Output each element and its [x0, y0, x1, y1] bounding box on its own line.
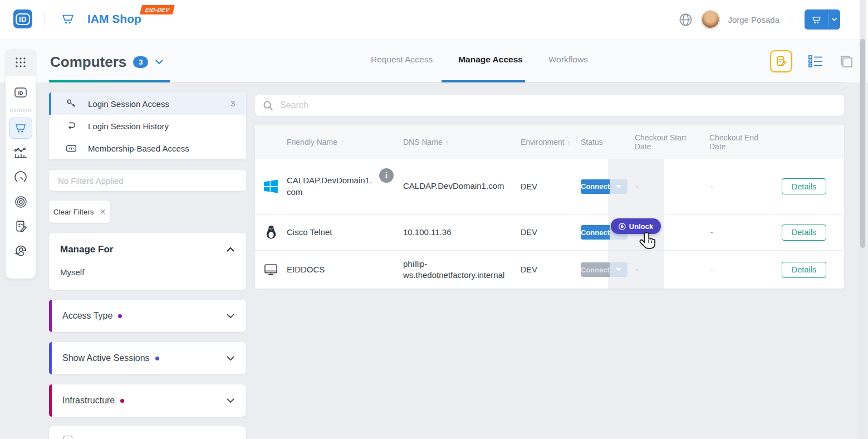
shop-cart-icon [9, 118, 32, 139]
user-avatar[interactable] [701, 10, 720, 29]
clear-filters-label: Clear Filters [53, 208, 94, 216]
windows-icon [255, 179, 287, 194]
column-header-status[interactable]: Status [581, 138, 635, 147]
sidebar-item-approvals[interactable] [6, 238, 36, 263]
document-edit-icon [775, 55, 787, 67]
connect-button[interactable]: Connect [581, 179, 610, 194]
filter-active-dot [120, 399, 124, 403]
membership-card-icon [65, 142, 78, 154]
accordion-label: Infrastructure [62, 396, 115, 406]
friendly-name-cell: Cisco Telnet [287, 227, 375, 238]
column-header-dns-name[interactable]: DNS Name ↑ [403, 138, 521, 147]
cart-dropdown-chevron-icon[interactable] [828, 17, 840, 22]
sort-ascending-icon[interactable]: ↑ [445, 138, 449, 147]
menu-item-membership-based-access[interactable]: Membership-Based Access [49, 137, 246, 159]
list-view-icon[interactable] [808, 54, 823, 69]
environment-cell: DEV [521, 265, 581, 274]
sidebar-item-requests[interactable] [6, 214, 36, 238]
column-header-friendly-name[interactable]: Friendly Name ↑ [287, 138, 376, 147]
tab-workflows[interactable]: Workflows [548, 55, 588, 65]
svg-text:ID: ID [18, 90, 24, 96]
fingerprint-icon [14, 195, 28, 209]
details-button[interactable]: Details [782, 178, 826, 194]
search-icon [263, 100, 273, 111]
checkout-end-cell: - [709, 182, 782, 191]
friendly-name-cell: EIDDOCS [287, 264, 375, 275]
connect-button: Connect [581, 262, 610, 277]
unlock-button[interactable]: Unlock [611, 218, 661, 234]
accordion-label: Access Type [62, 311, 112, 321]
barcode-divider [6, 105, 36, 116]
table-row[interactable]: CALDAP.DevDomain1.com i CALDAP.DevDomain… [255, 159, 844, 214]
linux-icon [255, 225, 287, 240]
unlock-label: Unlock [629, 222, 653, 231]
accordion-access-type[interactable]: Access Type [49, 300, 246, 332]
sort-ascending-icon[interactable]: ↑ [567, 138, 571, 147]
filter-active-dot [155, 357, 159, 360]
table-row[interactable]: EIDDOCS phillip-ws.thedotnetfactory.inte… [255, 251, 844, 289]
analytics-chart-icon [13, 145, 28, 160]
clear-filters-button[interactable]: Clear Filters ✕ [49, 201, 110, 223]
app-icon-rail: ID [6, 49, 36, 279]
friendly-name-cell: CALDAP.DevDomain1.com [287, 175, 375, 198]
company-logo[interactable]: ID [13, 9, 32, 28]
checklist-edit-icon [14, 220, 28, 233]
column-header-checkout-end-date[interactable]: Checkout End Date [709, 133, 782, 151]
sidebar-item-shop[interactable] [6, 116, 36, 140]
page-title-chevron-icon[interactable] [155, 59, 164, 65]
top-bar: ID IAM Shop EID-DEV Jorge Posada [0, 0, 868, 39]
column-header-environment[interactable]: Environment ↑ [521, 138, 581, 147]
environment-badge: EID-DEV [140, 5, 175, 14]
connect-dropdown-arrow [610, 262, 627, 277]
chevron-down-icon[interactable] [226, 398, 235, 403]
active-tab-underline [442, 80, 525, 82]
environment-cell: DEV [521, 228, 581, 237]
details-button[interactable]: Details [782, 225, 826, 241]
menu-item-login-session-history[interactable]: Login Session History [49, 115, 246, 137]
manage-for-value[interactable]: Myself [60, 267, 235, 277]
table-search-bar [255, 95, 844, 116]
column-header-checkout-start-date[interactable]: Checkout Start Date [635, 133, 709, 151]
sort-ascending-icon[interactable]: ↑ [340, 138, 344, 147]
details-button[interactable]: Details [782, 262, 826, 278]
connect-dropdown-arrow[interactable] [610, 179, 627, 194]
accordion-show-active-sessions[interactable]: Show Active Sessions [49, 342, 246, 374]
search-input[interactable] [280, 100, 836, 110]
no-filters-applied: No Filters Applied [49, 170, 246, 191]
globe-icon[interactable] [678, 12, 693, 27]
identity-badge-icon[interactable]: ID [6, 80, 36, 105]
cart-app-icon[interactable] [61, 12, 75, 26]
tab-manage-access[interactable]: Manage Access [458, 55, 523, 65]
info-icon[interactable]: i [379, 168, 394, 183]
accordion-infrastructure[interactable]: Infrastructure [49, 384, 246, 417]
chevron-down-icon[interactable] [226, 313, 235, 319]
checkout-end-cell: - [709, 228, 782, 237]
tab-request-access[interactable]: Request Access [371, 55, 433, 65]
checkout-form-button[interactable] [770, 50, 792, 72]
accordion-label: Show Active Sessions [62, 353, 150, 363]
menu-item-label: Login Session History [88, 121, 169, 131]
scrollbar-thumb[interactable] [860, 39, 865, 248]
sidebar-item-analytics[interactable] [6, 140, 36, 165]
close-icon[interactable]: ✕ [100, 207, 106, 216]
workstation-monitor-icon [255, 262, 287, 277]
card-view-icon[interactable] [839, 54, 854, 69]
chevron-up-icon[interactable] [226, 247, 235, 252]
computers-table: Friendly Name ↑ DNS Name ↑ Environment ↑… [255, 125, 844, 289]
page-tabs: Request Access Manage Access Workflows [371, 39, 588, 80]
keys-icon [65, 97, 78, 110]
manage-for-title: Manage For [60, 244, 113, 255]
table-row[interactable]: Cisco Telnet 10.100.11.36 DEV Connect - … [255, 214, 844, 251]
checkbox[interactable] [63, 436, 72, 439]
cart-split-button[interactable] [805, 9, 840, 30]
chevron-down-icon[interactable] [226, 355, 235, 361]
menu-item-login-session-access[interactable]: Login Session Access 3 [49, 92, 246, 115]
cart-icon[interactable] [805, 14, 828, 25]
sidebar-item-dashboard[interactable] [6, 165, 36, 189]
results-count-badge: 3 [133, 56, 148, 68]
checkout-end-cell: - [709, 265, 782, 274]
connect-split-button[interactable]: Connect [581, 179, 627, 194]
sidebar-item-identity-verification[interactable] [6, 189, 36, 214]
app-launcher-grid-icon[interactable] [6, 49, 36, 76]
connect-button[interactable]: Connect [581, 225, 610, 240]
